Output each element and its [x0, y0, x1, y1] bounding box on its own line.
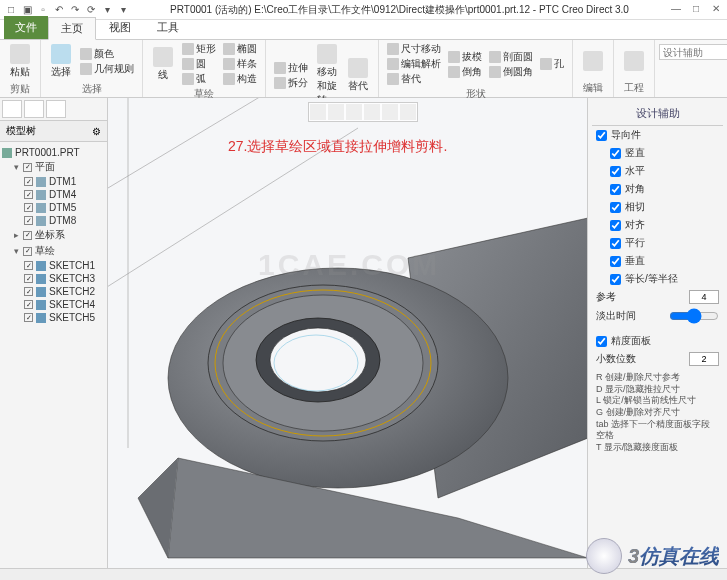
open-icon[interactable]: ▣: [20, 3, 34, 17]
paste-button[interactable]: 粘贴: [6, 42, 34, 81]
quick-access-toolbar: □ ▣ ▫ ↶ ↷ ⟳ ▾ ▾: [4, 3, 130, 17]
params-spinner[interactable]: [689, 290, 719, 304]
draft-button[interactable]: 拔模: [446, 50, 484, 64]
tree-item[interactable]: ✓DTM4: [2, 188, 105, 201]
tree-group-coord[interactable]: ▸✓坐标系: [2, 227, 105, 243]
guide-align[interactable]: 对齐: [592, 216, 723, 234]
dim-move-button[interactable]: 尺寸移动: [385, 42, 443, 56]
window-title: PRT0001 (活动的) E:\Creo工作目录\工作文件\0912\Dire…: [130, 3, 669, 17]
ribbon-group-clipboard: 粘贴 剪贴板: [0, 40, 41, 97]
work-area: 模型树 ⚙ PRT0001.PRT ▾✓平面 ✓DTM1 ✓DTM4 ✓DTM5…: [0, 98, 727, 568]
round-button[interactable]: 倒圆角: [487, 65, 535, 79]
ribbon-group-shape: 尺寸移动 编辑解析 替代 拔模 倒角 剖面圆 倒圆角 孔 形状: [379, 40, 573, 97]
project-button[interactable]: [620, 49, 648, 73]
ribbon-group-select: 选择 颜色 几何规则 选择: [41, 40, 143, 97]
tree-item[interactable]: ✓DTM8: [2, 214, 105, 227]
close-win-icon[interactable]: ▾: [116, 3, 130, 17]
tree-item[interactable]: ✓SKETCH3: [2, 272, 105, 285]
keyboard-hints: R 创建/删除尺寸参考 D 显示/隐藏推拉尺寸 L 锁定/解锁当前线性尺寸 G …: [592, 368, 723, 458]
ribbon: 粘贴 剪贴板 选择 颜色 几何规则 选择 线 矩形 圆 弧 椭圆 样条 构造: [0, 40, 727, 98]
search-input[interactable]: [659, 44, 727, 60]
regen-icon[interactable]: ⟳: [84, 3, 98, 17]
tree-item[interactable]: ✓SKETCH5: [2, 311, 105, 324]
guide-parallel[interactable]: 平行: [592, 234, 723, 252]
close-button[interactable]: ✕: [709, 3, 723, 17]
tree-root[interactable]: PRT0001.PRT: [2, 146, 105, 159]
left-panel-tabs: [0, 98, 107, 121]
ribbon-group-project: 工程: [614, 40, 655, 97]
left-tab-3[interactable]: [46, 100, 66, 118]
guide-perpendicular[interactable]: 垂直: [592, 252, 723, 270]
fade-row: 淡出时间: [592, 306, 723, 326]
brand-text: 3仿真在线: [628, 543, 719, 570]
tree-group-datum[interactable]: ▾✓平面: [2, 159, 105, 175]
tree-item[interactable]: ✓SKETCH2: [2, 285, 105, 298]
edit-button[interactable]: [579, 49, 607, 73]
chamfer-button[interactable]: 倒角: [446, 65, 484, 79]
model-tree: PRT0001.PRT ▾✓平面 ✓DTM1 ✓DTM4 ✓DTM5 ✓DTM8…: [0, 142, 107, 328]
color-button[interactable]: 颜色: [78, 47, 136, 61]
guide-diagonal[interactable]: 对角: [592, 180, 723, 198]
tree-settings-icon[interactable]: ⚙: [92, 126, 101, 137]
tab-file[interactable]: 文件: [4, 16, 48, 39]
redo-icon[interactable]: ↷: [68, 3, 82, 17]
fade-slider[interactable]: [669, 308, 719, 324]
left-tab-1[interactable]: [2, 100, 22, 118]
section-round-button[interactable]: 剖面圆: [487, 50, 535, 64]
decimal-row: 小数位数: [592, 350, 723, 368]
footer-overlay: 3仿真在线: [586, 538, 719, 574]
guides-group-check[interactable]: 导向件: [592, 126, 723, 144]
ribbon-group-edit-sketch: 拉伸 拆分 移动和旋转 替代 编辑草绘: [266, 40, 379, 97]
new-icon[interactable]: □: [4, 3, 18, 17]
params-row: 参考: [592, 288, 723, 306]
tree-item[interactable]: ✓SKETCH4: [2, 298, 105, 311]
rect-button[interactable]: 矩形: [180, 42, 218, 56]
decimal-spinner[interactable]: [689, 352, 719, 366]
spline-button[interactable]: 样条: [221, 57, 259, 71]
replace-button[interactable]: 替代: [344, 56, 372, 95]
ribbon-search: [655, 40, 727, 97]
guide-equal[interactable]: 等长/等半径: [592, 270, 723, 288]
tab-home[interactable]: 主页: [48, 17, 96, 40]
line-button[interactable]: 线: [149, 45, 177, 84]
graphics-canvas[interactable]: 27.选择草绘区域直接拉伸增料剪料. 1CAE.COM: [108, 98, 587, 568]
replace-shape-button[interactable]: 替代: [385, 72, 443, 86]
right-panel-title: 设计辅助: [592, 102, 723, 126]
tree-group-sketch[interactable]: ▾✓草绘: [2, 243, 105, 259]
tree-item[interactable]: ✓DTM1: [2, 175, 105, 188]
model-tree-panel: 模型树 ⚙ PRT0001.PRT ▾✓平面 ✓DTM1 ✓DTM4 ✓DTM5…: [0, 98, 108, 568]
ribbon-group-sketch: 线 矩形 圆 弧 椭圆 样条 构造 草绘: [143, 40, 266, 97]
precision-group-check[interactable]: 精度面板: [592, 332, 723, 350]
design-aid-panel: 设计辅助 导向件 竖直 水平 对角 相切 对齐 平行 垂直 等长/等半径 参考 …: [587, 98, 727, 568]
geom-rule-button[interactable]: 几何规则: [78, 62, 136, 76]
construct-button[interactable]: 构造: [221, 72, 259, 86]
extrude-button[interactable]: 拉伸: [272, 61, 310, 75]
undo-icon[interactable]: ↶: [52, 3, 66, 17]
ribbon-tabs: 文件 主页 视图 工具: [0, 20, 727, 40]
windows-icon[interactable]: ▾: [100, 3, 114, 17]
svg-line-0: [108, 98, 308, 218]
guide-tangent[interactable]: 相切: [592, 198, 723, 216]
left-tab-2[interactable]: [24, 100, 44, 118]
ellipse-button[interactable]: 椭圆: [221, 42, 259, 56]
tab-tools[interactable]: 工具: [144, 16, 192, 39]
select-button[interactable]: 选择: [47, 42, 75, 81]
tree-header: 模型树 ⚙: [0, 121, 107, 142]
brand-badge-icon: [586, 538, 622, 574]
arc-button[interactable]: 弧: [180, 72, 218, 86]
guide-vertical[interactable]: 竖直: [592, 144, 723, 162]
window-controls: — □ ✕: [669, 3, 723, 17]
annotation-text: 27.选择草绘区域直接拉伸增料剪料.: [228, 138, 447, 156]
maximize-button[interactable]: □: [689, 3, 703, 17]
minimize-button[interactable]: —: [669, 3, 683, 17]
guide-horizontal[interactable]: 水平: [592, 162, 723, 180]
split-button[interactable]: 拆分: [272, 76, 310, 90]
tab-view[interactable]: 视图: [96, 16, 144, 39]
tree-item[interactable]: ✓SKETCH1: [2, 259, 105, 272]
save-icon[interactable]: ▫: [36, 3, 50, 17]
circle-button[interactable]: 圆: [180, 57, 218, 71]
watermark: 1CAE.COM: [258, 248, 440, 282]
hole-button[interactable]: 孔: [538, 57, 566, 71]
tree-item[interactable]: ✓DTM5: [2, 201, 105, 214]
edit-analysis-button[interactable]: 编辑解析: [385, 57, 443, 71]
